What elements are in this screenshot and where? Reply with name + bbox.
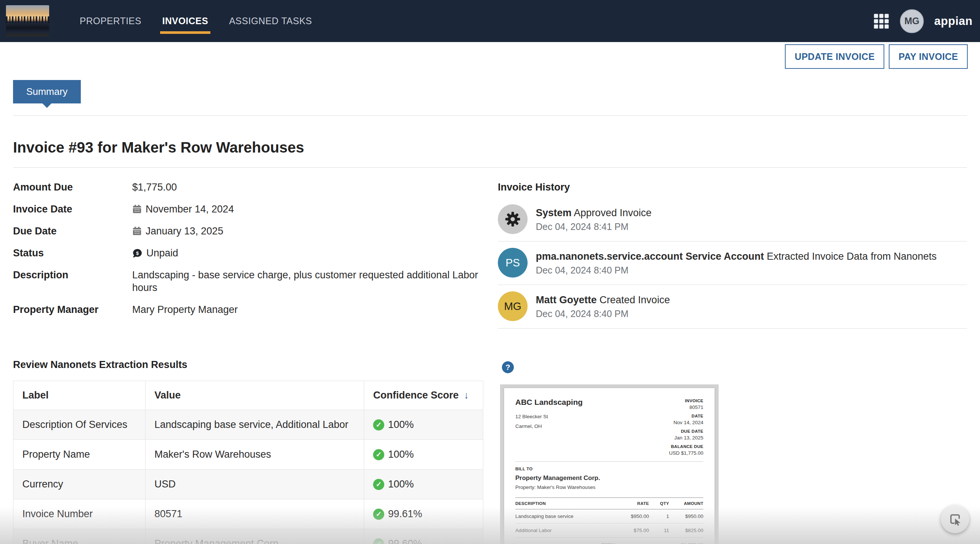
history-entry: System Approved Invoice Dec 04, 2024 8:4…: [498, 198, 967, 241]
cell-label: Property Name: [13, 440, 146, 469]
invoice-summary-section: Amount Due $1,775.00 Invoice Date Novemb…: [13, 181, 967, 328]
cell-confidence: 100%: [364, 440, 483, 469]
cell-value: USD: [145, 469, 364, 500]
field-label: Property Manager: [13, 303, 132, 316]
user-avatar[interactable]: MG: [900, 9, 924, 33]
column-header-label[interactable]: Label: [13, 381, 146, 410]
history-timestamp: Dec 04, 2024 8:41 PM: [536, 221, 652, 232]
check-circle-icon: [373, 419, 384, 430]
cell-confidence: 100%: [364, 410, 483, 440]
update-invoice-button[interactable]: UPDATE INVOICE: [785, 44, 884, 69]
invoice-history-list: System Approved Invoice Dec 04, 2024 8:4…: [498, 198, 967, 328]
extraction-title: Review Nanonets Extraction Results: [13, 358, 484, 371]
doc-meta-block: INVOICE 80571 DATE Nov 14, 2024 DUE DATE…: [669, 398, 703, 456]
field-value: November 14, 2024: [132, 203, 234, 216]
tab-summary[interactable]: Summary: [13, 80, 81, 103]
pay-invoice-button[interactable]: PAY INVOICE: [889, 44, 968, 69]
doc-bill-to-label: BILL TO: [515, 466, 703, 471]
select-cursor-icon: [948, 512, 962, 526]
doc-property-line: Property: Maker's Row Warehouses: [515, 484, 703, 490]
top-nav: PROPERTIES INVOICES ASSIGNED TASKS MG ap…: [0, 0, 980, 42]
check-circle-icon: [373, 479, 384, 490]
field-label: Amount Due: [13, 181, 132, 193]
field-value: January 13, 2025: [132, 225, 223, 237]
cell-value: Landscaping base service, Additional Lab…: [145, 410, 364, 440]
history-entry-body: System Approved Invoice Dec 04, 2024 8:4…: [536, 206, 652, 232]
apps-grid-icon[interactable]: [873, 13, 889, 29]
cell-value: Property Management Corp: [145, 529, 364, 544]
history-action: Extracted Invoice Data from Nanonets: [767, 251, 936, 262]
extraction-section: Review Nanonets Extraction Results Label…: [13, 358, 967, 544]
field-label: Invoice Date: [13, 203, 132, 216]
cell-label: Description Of Services: [13, 410, 146, 440]
nav-tab-invoices[interactable]: INVOICES: [162, 14, 209, 28]
table-row: Property Name Maker's Row Warehouses 100…: [13, 440, 483, 469]
extraction-results: Review Nanonets Extraction Results Label…: [13, 358, 484, 544]
field-due-date: Due Date January 13, 2025: [13, 225, 486, 237]
history-entry-body: pma.nanonets.service.account Service Acc…: [536, 250, 936, 276]
cell-label: Buyer Name: [13, 529, 146, 544]
document-viewer[interactable]: ABC Landscaping 12 Bleecker St Carmel, O…: [500, 384, 719, 544]
svg-text:$: $: [136, 251, 138, 256]
field-value: Landscaping - base service charge, plus …: [132, 269, 484, 294]
cell-label: Invoice Number: [13, 500, 146, 529]
field-label: Description: [13, 269, 132, 294]
system-avatar: [498, 204, 528, 234]
doc-company-name: ABC Landscaping: [515, 398, 583, 407]
invoice-document: ABC Landscaping 12 Bleecker St Carmel, O…: [504, 388, 714, 544]
gear-icon: [505, 211, 520, 227]
table-row: Description Of Services Landscaping base…: [13, 410, 483, 440]
history-action: Approved Invoice: [574, 207, 652, 219]
doc-balance-due: USD $1,775.00: [669, 450, 703, 456]
field-label: Due Date: [13, 225, 132, 237]
doc-total-row: TOTAL $1,775.00: [515, 538, 703, 544]
invoice-preview: ABC Landscaping 12 Bleecker St Carmel, O…: [500, 358, 719, 544]
nav-utilities: MG appian: [873, 0, 972, 42]
select-element-button[interactable]: [941, 505, 969, 533]
sort-desc-icon: [464, 390, 469, 401]
primary-nav: PROPERTIES INVOICES ASSIGNED TASKS: [79, 0, 313, 42]
comment-dollar-icon: $: [132, 248, 143, 259]
invoice-details: Amount Due $1,775.00 Invoice Date Novemb…: [13, 181, 486, 328]
calendar-icon: [132, 204, 142, 214]
question-circle-icon[interactable]: [502, 361, 514, 373]
table-header-row: Label Value Confidence Score: [13, 381, 483, 410]
field-label: Status: [13, 247, 132, 259]
history-actor: System: [536, 207, 571, 219]
field-invoice-date: Invoice Date November 14, 2024: [13, 203, 486, 216]
history-entry-body: Matt Goyette Created Invoice Dec 04, 202…: [536, 293, 670, 319]
nav-tab-properties[interactable]: PROPERTIES: [79, 14, 142, 28]
nav-tab-assigned-tasks[interactable]: ASSIGNED TASKS: [228, 14, 313, 28]
check-circle-icon: [373, 509, 384, 520]
field-value: Mary Property Manager: [132, 303, 238, 316]
field-amount-due: Amount Due $1,775.00: [13, 181, 486, 193]
field-description: Description Landscaping - base service c…: [13, 269, 486, 294]
doc-vendor-block: ABC Landscaping 12 Bleecker St Carmel, O…: [515, 398, 583, 456]
site-logo[interactable]: [6, 5, 49, 36]
column-header-value[interactable]: Value: [145, 381, 364, 410]
service-account-avatar: PS: [498, 248, 528, 278]
cell-confidence: 99.60%: [364, 529, 483, 544]
invoice-actions: UPDATE INVOICE PAY INVOICE: [785, 44, 968, 69]
history-timestamp: Dec 04, 2024 8:40 PM: [536, 265, 936, 276]
doc-item-row: Landscaping base service $950.00 1 $950.…: [515, 509, 703, 523]
history-action: Created Invoice: [600, 294, 670, 306]
doc-bill-to-name: Property Management Corp.: [515, 474, 703, 482]
cell-value: Maker's Row Warehouses: [145, 440, 364, 469]
field-value: $1,775.00: [132, 181, 177, 193]
column-header-confidence[interactable]: Confidence Score: [364, 381, 483, 410]
doc-item-row: Additional Labor $75.00 11 $825.00: [515, 523, 703, 538]
invoice-history-title: Invoice History: [498, 181, 967, 193]
cell-confidence: 99.61%: [364, 500, 483, 529]
doc-address: 12 Bleecker St Carmel, OH: [515, 412, 583, 431]
user-avatar-mg: MG: [498, 291, 528, 321]
field-status: Status $ Unpaid: [13, 247, 486, 259]
history-actor: pma.nanonets.service.account Service Acc…: [536, 251, 764, 262]
check-circle-icon: [373, 449, 384, 460]
doc-line-items: DESCRIPTION RATE QTY AMOUNT Landscaping …: [515, 498, 703, 544]
page-title: Invoice #93 for Maker's Row Warehouses: [13, 139, 304, 156]
history-entry: PS pma.nanonets.service.account Service …: [498, 241, 967, 285]
status-value: $ Unpaid: [132, 247, 178, 259]
history-timestamp: Dec 04, 2024 8:40 PM: [536, 308, 670, 319]
table-row: Currency USD 100%: [13, 469, 483, 500]
